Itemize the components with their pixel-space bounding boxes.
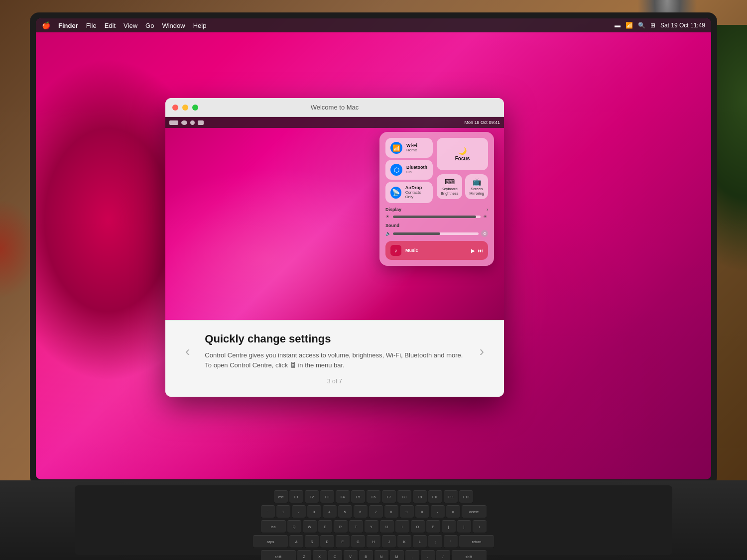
minimize-button[interactable] bbox=[182, 105, 188, 111]
key-f8[interactable]: F8 bbox=[397, 490, 411, 503]
sound-settings-btn[interactable]: ⚙ bbox=[481, 230, 488, 237]
key-quote[interactable]: ' bbox=[444, 535, 458, 548]
key-f4[interactable]: F4 bbox=[336, 490, 350, 503]
key-1[interactable]: 1 bbox=[276, 505, 290, 518]
key-period[interactable]: . bbox=[421, 550, 435, 560]
key-f10[interactable]: F10 bbox=[428, 490, 442, 503]
key-k[interactable]: K bbox=[397, 535, 411, 548]
key-n[interactable]: N bbox=[374, 550, 388, 560]
key-comma[interactable]: , bbox=[405, 550, 419, 560]
key-7[interactable]: 7 bbox=[369, 505, 383, 518]
key-e[interactable]: E bbox=[318, 520, 332, 533]
brightness-slider-track[interactable] bbox=[393, 216, 481, 218]
key-5[interactable]: 5 bbox=[338, 505, 352, 518]
key-s[interactable]: S bbox=[305, 535, 319, 548]
key-semicolon[interactable]: ; bbox=[428, 535, 442, 548]
menu-bar-right: ▬ 📶 🔍 ⊞ Sat 19 Oct 11:49 bbox=[615, 22, 705, 29]
key-6[interactable]: 6 bbox=[354, 505, 368, 518]
key-bracket-open[interactable]: [ bbox=[442, 520, 456, 533]
key-u[interactable]: U bbox=[380, 520, 394, 533]
key-c[interactable]: C bbox=[328, 550, 342, 560]
key-i[interactable]: I bbox=[395, 520, 409, 533]
search-icon[interactable]: 🔍 bbox=[638, 22, 645, 29]
menu-finder[interactable]: Finder bbox=[58, 22, 78, 29]
key-f11[interactable]: F11 bbox=[444, 490, 458, 503]
menu-bar-left: 🍎 Finder File Edit View Go Window Help bbox=[42, 21, 206, 29]
key-4[interactable]: 4 bbox=[323, 505, 337, 518]
wifi-icon[interactable]: 📶 bbox=[625, 22, 633, 29]
cc-bluetooth-tile[interactable]: ⬡ Bluetooth On bbox=[385, 160, 433, 180]
play-button[interactable]: ▶ bbox=[471, 248, 475, 253]
key-o[interactable]: O bbox=[411, 520, 425, 533]
menu-edit[interactable]: Edit bbox=[105, 22, 116, 29]
cc-wifi-tile[interactable]: 📶 Wi-Fi Home bbox=[385, 138, 433, 158]
key-equals[interactable]: = bbox=[446, 505, 460, 518]
sound-slider-track[interactable] bbox=[393, 232, 479, 235]
airdrop-tile-icon: 📡 bbox=[390, 187, 401, 199]
cc-airdrop-tile[interactable]: 📡 AirDrop Contacts Only bbox=[385, 182, 433, 203]
key-h[interactable]: H bbox=[367, 535, 380, 548]
next-arrow[interactable]: › bbox=[480, 343, 484, 359]
key-slash[interactable]: / bbox=[436, 550, 450, 560]
cc-keyboard-brightness-tile[interactable]: ⌨ Keyboard Brightness bbox=[437, 174, 462, 199]
key-g[interactable]: G bbox=[351, 535, 365, 548]
control-center-icon[interactable]: ⊞ bbox=[650, 22, 655, 29]
key-f12[interactable]: F12 bbox=[459, 490, 473, 503]
key-q[interactable]: Q bbox=[287, 520, 301, 533]
cc-display-slider[interactable]: ☀ ☀ bbox=[385, 214, 488, 219]
key-delete[interactable]: delete bbox=[462, 505, 487, 518]
key-r[interactable]: R bbox=[334, 520, 348, 533]
key-return[interactable]: return bbox=[459, 535, 494, 548]
key-esc[interactable]: esc bbox=[274, 490, 288, 503]
key-z[interactable]: Z bbox=[297, 550, 311, 560]
key-f2[interactable]: F2 bbox=[305, 490, 319, 503]
menu-view[interactable]: View bbox=[124, 22, 137, 29]
cc-screen-mirroring-tile[interactable]: 📺 Screen Mirroring bbox=[465, 174, 488, 199]
cc-sound-slider[interactable]: 🔈 ⚙ bbox=[385, 230, 488, 237]
forward-button[interactable]: ⏭ bbox=[478, 248, 483, 253]
key-v[interactable]: V bbox=[344, 550, 358, 560]
key-y[interactable]: Y bbox=[365, 520, 378, 533]
key-t[interactable]: T bbox=[349, 520, 363, 533]
menu-file[interactable]: File bbox=[86, 22, 97, 29]
key-b[interactable]: B bbox=[359, 550, 373, 560]
menu-window[interactable]: Window bbox=[162, 22, 185, 29]
key-8[interactable]: 8 bbox=[384, 505, 398, 518]
menu-go[interactable]: Go bbox=[145, 22, 154, 29]
key-f7[interactable]: F7 bbox=[382, 490, 396, 503]
key-j[interactable]: J bbox=[382, 535, 396, 548]
key-f6[interactable]: F6 bbox=[367, 490, 380, 503]
key-caps[interactable]: caps bbox=[253, 535, 288, 548]
key-f1[interactable]: F1 bbox=[289, 490, 303, 503]
key-0[interactable]: 0 bbox=[415, 505, 429, 518]
apple-logo-icon[interactable]: 🍎 bbox=[42, 21, 50, 29]
maximize-button[interactable] bbox=[192, 105, 198, 111]
key-f3[interactable]: F3 bbox=[320, 490, 334, 503]
prev-arrow[interactable]: ‹ bbox=[185, 343, 190, 359]
key-tab[interactable]: tab bbox=[261, 520, 286, 533]
key-p[interactable]: P bbox=[426, 520, 440, 533]
key-3[interactable]: 3 bbox=[307, 505, 321, 518]
key-9[interactable]: 9 bbox=[400, 505, 414, 518]
key-l[interactable]: L bbox=[413, 535, 427, 548]
key-w[interactable]: W bbox=[303, 520, 317, 533]
key-backtick[interactable]: ` bbox=[261, 505, 275, 518]
key-m[interactable]: M bbox=[390, 550, 404, 560]
key-bracket-close[interactable]: ] bbox=[457, 520, 471, 533]
key-shift-left[interactable]: shift bbox=[261, 550, 296, 560]
cc-focus-tile[interactable]: 🌙 Focus bbox=[437, 138, 488, 170]
menu-help[interactable]: Help bbox=[193, 22, 207, 29]
key-shift-right[interactable]: shift bbox=[452, 550, 487, 560]
key-d[interactable]: D bbox=[320, 535, 334, 548]
key-x[interactable]: X bbox=[313, 550, 327, 560]
key-minus[interactable]: - bbox=[431, 505, 445, 518]
cc-keyboard-brightness-label: Keyboard Brightness bbox=[441, 187, 458, 196]
key-f9[interactable]: F9 bbox=[413, 490, 427, 503]
key-f5[interactable]: F5 bbox=[351, 490, 365, 503]
key-2[interactable]: 2 bbox=[292, 505, 306, 518]
cc-music-bar[interactable]: ♪ Music ▶ ⏭ bbox=[385, 241, 488, 260]
key-f[interactable]: F bbox=[336, 535, 350, 548]
key-a[interactable]: A bbox=[289, 535, 303, 548]
close-button[interactable] bbox=[172, 105, 178, 111]
key-backslash[interactable]: \ bbox=[473, 520, 487, 533]
